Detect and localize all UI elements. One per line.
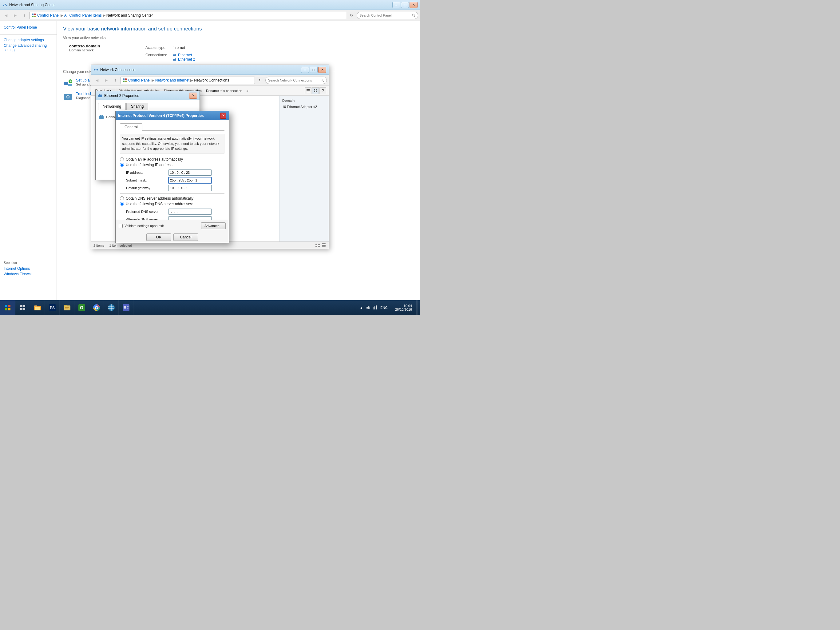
ip-radio-group: Obtain an IP address automatically Use t…: [120, 157, 224, 167]
nc-more-btn[interactable]: »: [245, 88, 250, 93]
svg-rect-58: [99, 94, 100, 95]
nc-refresh-btn[interactable]: ↻: [256, 76, 264, 84]
addr-control-panel[interactable]: Control Panel: [37, 13, 60, 17]
address-bar: ◀ ▶ ↑ Control Panel ▶ All Control Panel …: [0, 10, 420, 21]
svg-rect-90: [123, 306, 126, 309]
eth-close-btn[interactable]: ✕: [189, 93, 197, 99]
tcp-tab-general[interactable]: General: [120, 123, 142, 131]
speaker-icon[interactable]: [366, 305, 371, 310]
nc-back-btn[interactable]: ◀: [93, 76, 101, 84]
tcp-ok-button[interactable]: OK: [146, 233, 171, 241]
nc-view-tiles-btn[interactable]: [312, 87, 319, 94]
refresh-button[interactable]: ↻: [347, 11, 355, 19]
search-box[interactable]: [357, 12, 418, 19]
forward-button[interactable]: ▶: [11, 11, 19, 19]
nc-icon: [93, 67, 98, 72]
svg-line-32: [323, 81, 324, 82]
nc-forward-btn[interactable]: ▶: [102, 76, 110, 84]
eth-tab-sharing[interactable]: Sharing: [126, 103, 148, 110]
ethernet-link[interactable]: Ethernet: [172, 53, 195, 57]
alternate-dns-field[interactable]: [170, 217, 210, 220]
address-path[interactable]: Control Panel ▶ All Control Panel Items …: [30, 12, 346, 19]
nc-addr-cp[interactable]: Control Panel: [128, 78, 151, 82]
nc-addr-section[interactable]: Network and Internet: [155, 78, 189, 82]
nc-close-button[interactable]: ✕: [318, 67, 326, 73]
obtain-auto-radio[interactable]: [120, 157, 124, 161]
nc-search-input[interactable]: [268, 78, 319, 82]
nc-up-btn[interactable]: ↑: [111, 76, 119, 84]
ethernet2-link[interactable]: Ethernet 2: [172, 57, 195, 62]
preferred-dns-label: Preferred DNS server:: [126, 210, 166, 214]
eth-tab-networking[interactable]: Networking: [98, 103, 126, 110]
nc-address-path[interactable]: Control Panel ▶ Network and Internet ▶ N…: [120, 77, 255, 84]
tcp-close-btn[interactable]: ✕: [220, 112, 226, 119]
preferred-dns-input[interactable]: [169, 209, 212, 215]
show-desktop-btn[interactable]: [416, 300, 418, 315]
nc-maximize-button[interactable]: □: [309, 67, 317, 73]
explorer-button[interactable]: [30, 300, 45, 315]
addr-all-items[interactable]: All Control Panel Items: [64, 13, 102, 17]
chrome-button[interactable]: [89, 300, 104, 315]
svg-rect-34: [306, 90, 309, 91]
start-button[interactable]: [0, 300, 15, 315]
tcp-cancel-button[interactable]: Cancel: [174, 233, 198, 241]
subnet-mask-field[interactable]: [170, 179, 210, 182]
nc-view-details-btn[interactable]: [305, 87, 311, 94]
alternate-dns-input[interactable]: [169, 216, 212, 220]
ip-address-field[interactable]: [170, 171, 210, 174]
advanced-button[interactable]: Advanced...: [201, 222, 226, 229]
svg-marker-93: [366, 306, 369, 309]
obtain-dns-auto-radio[interactable]: [120, 196, 124, 200]
svg-rect-95: [374, 306, 376, 309]
nc-minimize-button[interactable]: −: [301, 67, 309, 73]
maximize-button[interactable]: □: [401, 2, 409, 8]
sidebar-home-link[interactable]: Control Panel Home: [0, 24, 57, 31]
greenapp-button[interactable]: G: [74, 300, 89, 315]
minimize-button[interactable]: −: [392, 2, 400, 8]
svg-rect-28: [125, 78, 127, 80]
other-app-button[interactable]: [119, 300, 133, 315]
validate-checkbox[interactable]: [119, 224, 123, 228]
nc-search-box[interactable]: [265, 77, 327, 84]
filemanager-button[interactable]: [60, 300, 74, 315]
network-type: Domain network: [69, 48, 137, 52]
svg-rect-94: [373, 307, 374, 309]
sidebar-advanced-link[interactable]: Change advanced sharingsettings: [4, 43, 53, 52]
svg-rect-5: [32, 14, 33, 15]
use-following-ip-radio-label[interactable]: Use the following IP address:: [120, 163, 224, 167]
network-button[interactable]: [104, 300, 119, 315]
svg-line-3: [4, 5, 5, 5]
search-input[interactable]: [359, 14, 411, 17]
taskview-button[interactable]: [15, 300, 30, 315]
sidebar-adapter-link[interactable]: Change adapter settings: [4, 37, 53, 43]
powershell-button[interactable]: PS: [45, 300, 60, 315]
tray-network-icon[interactable]: [373, 305, 377, 310]
svg-rect-57: [98, 95, 102, 97]
default-gateway-input[interactable]: [169, 185, 212, 191]
tray-expand-btn[interactable]: ▲: [359, 305, 364, 310]
default-gateway-field[interactable]: [170, 186, 210, 190]
preferred-dns-field[interactable]: [170, 210, 210, 214]
use-following-ip-radio[interactable]: [120, 163, 124, 167]
use-following-dns-radio-label[interactable]: Use the following DNS server addresses:: [120, 202, 224, 206]
subnet-mask-input[interactable]: [169, 177, 212, 184]
nc-help-btn[interactable]: ?: [319, 87, 326, 94]
svg-rect-50: [316, 244, 317, 245]
nc-rename-btn[interactable]: Rename this connection: [204, 88, 244, 93]
svg-rect-63: [5, 305, 7, 307]
alternate-dns-label: Alternate DNS server:: [126, 217, 166, 220]
up-button[interactable]: ↑: [20, 11, 28, 19]
internet-options-link[interactable]: Internet Options: [4, 266, 53, 271]
obtain-dns-auto-radio-label[interactable]: Obtain DNS server address automatically: [120, 196, 224, 201]
tray-language[interactable]: ENG: [379, 306, 389, 309]
use-following-dns-radio[interactable]: [120, 202, 124, 206]
ip-address-input[interactable]: [169, 169, 212, 176]
windows-firewall-link[interactable]: Windows Firewall: [4, 271, 53, 277]
svg-rect-62: [101, 115, 103, 117]
obtain-auto-radio-label[interactable]: Obtain an IP address automatically: [120, 157, 224, 161]
taskbar: PS G: [0, 300, 420, 315]
svg-rect-36: [314, 89, 315, 90]
close-button[interactable]: ✕: [409, 2, 418, 8]
back-button[interactable]: ◀: [2, 11, 10, 19]
tray-clock[interactable]: 10:04 26/10/2016: [393, 304, 414, 311]
